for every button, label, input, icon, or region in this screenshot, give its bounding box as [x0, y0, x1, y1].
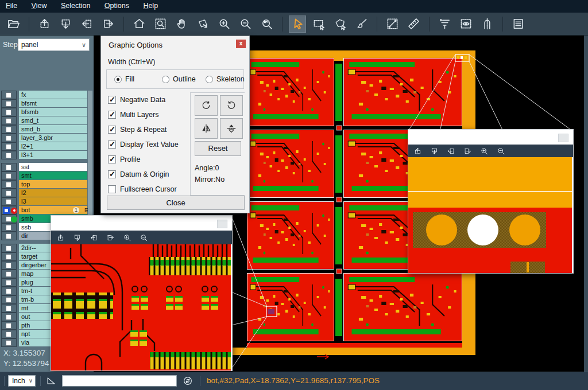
- layer-label[interactable]: fx: [19, 91, 87, 99]
- layer-checkbox-cell[interactable]: [1, 313, 17, 321]
- layer-checkbox-cell[interactable]: [1, 223, 17, 232]
- layer-row[interactable]: smd_t: [0, 116, 94, 125]
- layer-row[interactable]: sst: [0, 163, 94, 171]
- layer-checkbox[interactable]: [6, 306, 11, 311]
- pan-left-button[interactable]: [78, 15, 95, 33]
- layer-checkbox-cell[interactable]: [1, 151, 17, 159]
- layer-label[interactable]: l3: [19, 197, 87, 205]
- layer-checkbox-cell[interactable]: [1, 270, 17, 278]
- layer-checkbox[interactable]: [6, 199, 11, 205]
- layer-checkbox[interactable]: [6, 153, 11, 158]
- layer-checkbox[interactable]: [6, 165, 11, 170]
- layer-label[interactable]: l2+1: [19, 142, 87, 150]
- layer-checkbox-cell[interactable]: [1, 99, 17, 108]
- layer-row[interactable]: layer_3.gbr: [0, 134, 94, 142]
- measure-ruler-button[interactable]: [405, 15, 422, 33]
- zoom-window-button[interactable]: [152, 15, 169, 33]
- layer-checkbox[interactable]: [6, 288, 11, 294]
- command-input[interactable]: [62, 375, 177, 387]
- layer-checkbox-cell[interactable]: [1, 261, 17, 270]
- layer-checkbox-cell[interactable]: [1, 295, 17, 304]
- layer-checkbox[interactable]: [6, 323, 11, 329]
- rotate-ccw-button[interactable]: [220, 95, 243, 116]
- layer-label[interactable]: smt: [19, 171, 87, 180]
- layer-checkbox[interactable]: [6, 101, 11, 107]
- layer-checkbox-cell[interactable]: [1, 304, 17, 313]
- move-view-button[interactable]: [194, 15, 211, 33]
- magnifier-left-titlebar[interactable]: [51, 216, 232, 231]
- checkbox-checked[interactable]: [108, 155, 116, 163]
- layer-checkbox[interactable]: [6, 245, 11, 251]
- mag-pan-down-icon[interactable]: [430, 147, 439, 155]
- layer-checkbox[interactable]: [6, 190, 11, 196]
- mag-zoom-in-icon[interactable]: [480, 147, 489, 155]
- layer-checkbox[interactable]: [6, 182, 11, 188]
- layer-row-active[interactable]: bot 1 ⊞: [0, 206, 94, 214]
- report-form-button[interactable]: [509, 15, 527, 33]
- menu-options[interactable]: Options: [99, 0, 135, 10]
- filter-button[interactable]: [436, 15, 453, 33]
- radio-button[interactable]: [162, 76, 169, 83]
- close-button[interactable]: Close: [107, 196, 245, 210]
- layer-checkbox-cell[interactable]: [1, 232, 17, 240]
- zoom-previous-button[interactable]: [258, 15, 275, 33]
- layer-label[interactable]: bfsmt: [19, 99, 87, 107]
- layer-row[interactable]: fx: [0, 91, 94, 99]
- mirror-horizontal-button[interactable]: [195, 118, 218, 139]
- zoom-out-button[interactable]: [237, 15, 254, 33]
- layer-row[interactable]: l3: [0, 197, 94, 206]
- select-cursor-button[interactable]: [289, 15, 306, 33]
- menu-selection[interactable]: Selection: [55, 0, 96, 10]
- magnifier-right-titlebar-button[interactable]: [558, 134, 568, 142]
- magnified-pcb-view-left[interactable]: [51, 244, 231, 370]
- rect-select-button[interactable]: [310, 15, 327, 33]
- layer-checkbox-checked[interactable]: [3, 207, 10, 214]
- layer-checkbox-cell[interactable]: [1, 330, 17, 338]
- checkbox-checked[interactable]: [108, 111, 116, 119]
- layer-checkbox-cell[interactable]: [1, 142, 17, 151]
- layer-row[interactable]: bfsmt: [0, 99, 94, 108]
- magnified-pcb-view-right[interactable]: [408, 157, 572, 273]
- unit-select[interactable]: Inch ∨: [8, 375, 36, 387]
- magnifier-window-right[interactable]: [408, 129, 574, 274]
- mag-pan-right-icon[interactable]: [463, 147, 472, 155]
- mag-pan-up-icon[interactable]: [56, 233, 65, 242]
- layer-label[interactable]: sst: [19, 163, 87, 171]
- step-select[interactable]: panel ∨: [18, 38, 90, 51]
- view-options-button[interactable]: [457, 15, 474, 33]
- menu-help[interactable]: Help: [137, 0, 164, 10]
- layer-checkbox-cell[interactable]: [1, 244, 17, 252]
- mag-zoom-out-icon[interactable]: [140, 233, 148, 242]
- mag-zoom-in-icon[interactable]: [123, 233, 131, 242]
- snap-button[interactable]: [478, 15, 496, 33]
- magnifier-left-titlebar-button[interactable]: [217, 220, 227, 228]
- layer-checkbox[interactable]: [6, 233, 11, 239]
- layer-checkbox-cell[interactable]: [1, 163, 17, 171]
- layer-label[interactable]: l3+1: [19, 151, 87, 159]
- layer-checkbox[interactable]: [6, 263, 11, 268]
- rotate-cw-button[interactable]: [195, 95, 218, 116]
- checkbox-unchecked[interactable]: [108, 185, 116, 193]
- mag-zoom-out-icon[interactable]: [497, 147, 505, 155]
- layer-row[interactable]: l2+1: [0, 142, 94, 151]
- layer-checkbox[interactable]: [6, 127, 11, 132]
- menu-file[interactable]: File: [0, 0, 23, 10]
- layer-label[interactable]: top: [19, 180, 87, 188]
- layer-checkbox-cell[interactable]: [1, 180, 17, 189]
- mag-pan-left-icon[interactable]: [90, 233, 98, 242]
- layer-row[interactable]: l2: [0, 189, 94, 197]
- dialog-close-button[interactable]: x: [236, 40, 246, 48]
- layer-row[interactable]: top: [0, 180, 94, 189]
- layer-checkbox[interactable]: [6, 314, 11, 320]
- canvas-scrollbar[interactable]: [584, 36, 588, 372]
- layer-checkbox-cell[interactable]: [1, 214, 17, 223]
- radio-button-selected[interactable]: [114, 76, 122, 83]
- mag-pan-up-icon[interactable]: [413, 147, 422, 155]
- mag-pan-down-icon[interactable]: [73, 233, 82, 242]
- pan-hand-button[interactable]: [173, 15, 190, 33]
- mag-pan-left-icon[interactable]: [447, 147, 455, 155]
- layer-row[interactable]: smd_b: [0, 125, 94, 134]
- layer-label[interactable]: bfsmb: [19, 108, 87, 116]
- layer-checkbox-cell[interactable]: [1, 108, 17, 116]
- layer-checkbox-cell[interactable]: [1, 278, 17, 287]
